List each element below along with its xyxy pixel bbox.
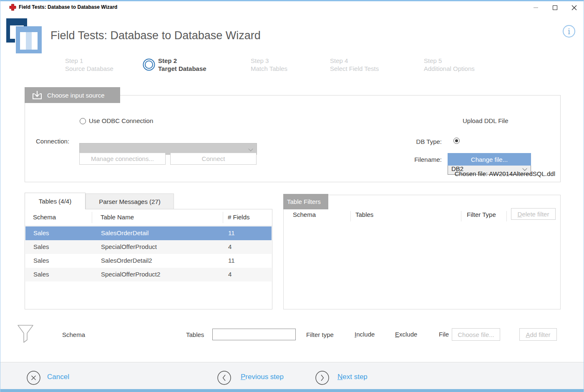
step-4-number: Step 4 [330,57,379,65]
filters-col-schema: Schema [293,211,316,218]
column-divider [350,211,351,221]
table-filters-header: Table Filters [283,194,328,209]
file-radio-label[interactable]: File [439,331,449,338]
filters-col-tables: Tables [355,211,373,218]
manage-connections-button: Manage connections... [79,153,166,165]
filter-schema-label: Schema [62,331,85,338]
previous-circle-icon[interactable] [217,371,231,385]
choose-file-button: Choose file... [452,328,500,341]
title-bar[interactable]: Field Tests: Database to Database Wizard [0,1,584,14]
minimize-button[interactable] [526,1,545,14]
wizard-window: Field Tests: Database to Database Wizard… [0,0,584,392]
previous-step-link[interactable]: Previous step [241,373,284,381]
column-divider [223,212,223,223]
row-fields: 11 [228,229,235,236]
odbc-connection-radio-label[interactable]: Use ODBC Connection [89,117,153,124]
table-filters-panel: Schema Tables Filter Type Delete filter [283,195,561,309]
filters-col-filter-type: Filter Type [467,211,496,218]
step-4-label: Select Field Tests [330,65,379,72]
row-schema: Sales [33,229,49,236]
close-button[interactable] [564,1,584,14]
step-1-number: Step 1 [65,57,113,65]
window-controls [526,1,584,14]
step-2-number: Step 2 [158,57,206,65]
table-row[interactable]: Sales SalesOrderDetail 11 [25,226,272,240]
step-2-target-database: Step 2 Target Database [158,57,206,73]
step-1-label: Source Database [65,65,113,72]
funnel-icon [17,324,34,344]
cancel-link[interactable]: Cancel [47,373,69,381]
chosen-file-text: Chosen file: AW2014AlteredSQL.ddl [426,170,555,177]
minimize-icon [534,8,538,8]
tab-parser-messages[interactable]: Parser Messages (27) [86,193,174,209]
col-num-fields: # Fields [228,214,250,221]
step-5-label: Additional Options [424,65,475,72]
table-row[interactable]: Sales SpecialOfferProduct 4 [25,240,272,254]
add-filter-button: Add filter [519,328,557,341]
filter-tables-input[interactable] [212,329,296,340]
chevron-down-icon [248,146,253,151]
column-divider [92,212,92,223]
row-schema: Sales [33,243,49,250]
upload-ddl-radio[interactable] [453,138,460,144]
row-fields: 4 [228,243,232,250]
window-title: Field Tests: Database to Database Wizard [19,4,117,10]
input-source-header-label: Choose input source [47,92,105,99]
tables-grid-header: Schema Table Name # Fields [25,209,272,226]
step-5-additional-options: Step 5 Additional Options [424,57,475,73]
row-table: SalesOrderDetail2 [101,257,152,264]
tab-tables[interactable]: Tables (4/4) [25,193,86,209]
filter-tables-label: Tables [186,331,204,338]
table-row[interactable]: Sales SalesOrderDetail2 11 [25,254,272,268]
close-icon [571,5,577,10]
step-3-match-tables: Step 3 Match Tables [251,57,287,73]
column-divider [506,211,507,221]
filename-label: Filename: [401,156,442,163]
cancel-circle-icon[interactable] [27,371,40,385]
step-1-source-database: Step 1 Source Database [65,57,113,73]
table-row[interactable]: Sales SpecialOfferProduct2 4 [25,268,272,281]
info-icon[interactable]: i [563,25,575,38]
step-2-label: Target Database [158,65,206,72]
filter-type-label: Filter type [306,331,334,338]
connection-label: Connection: [36,138,69,145]
step-5-number: Step 5 [424,57,475,65]
col-schema: Schema [33,214,56,221]
include-radio-label[interactable]: Include [355,331,375,338]
app-logo [6,18,42,54]
col-table-name: Table Name [101,214,134,221]
tables-grid: Schema Table Name # Fields Sales SalesOr… [25,209,272,309]
odbc-connection-radio[interactable] [80,118,86,124]
delete-filter-button: Delete filter [511,208,556,220]
connect-button: Connect [170,153,257,165]
row-table: SalesOrderDetail [101,229,149,236]
next-circle-icon[interactable] [315,371,329,385]
maximize-button[interactable] [545,1,564,14]
page-title: Field Tests: Database to Database Wizard [50,29,261,42]
step-ring-icon [142,58,156,71]
row-fields: 4 [228,271,232,278]
input-source-header: Choose input source [25,87,120,103]
row-fields: 11 [228,257,235,264]
row-schema: Sales [33,257,49,264]
step-3-label: Match Tables [251,65,287,72]
db-type-label: DB Type: [401,138,442,145]
app-cross-icon [9,4,16,11]
row-table: SpecialOfferProduct2 [101,271,160,278]
step-4-select-field-tests: Step 4 Select Field Tests [330,57,379,73]
upload-ddl-radio-label[interactable]: Upload DDL File [463,117,508,124]
change-file-button[interactable]: Change file... [448,153,531,166]
row-schema: Sales [33,271,49,278]
footer-bar: Cancel Previous step Next step [0,362,584,389]
download-icon [31,90,43,100]
maximize-icon [553,5,557,10]
next-step-link[interactable]: Next step [337,373,368,381]
row-table: SpecialOfferProduct [101,243,157,250]
column-divider [461,211,461,221]
exclude-radio-label[interactable]: Exclude [395,331,417,338]
step-3-number: Step 3 [251,57,287,65]
window-bottom-border [0,389,584,392]
